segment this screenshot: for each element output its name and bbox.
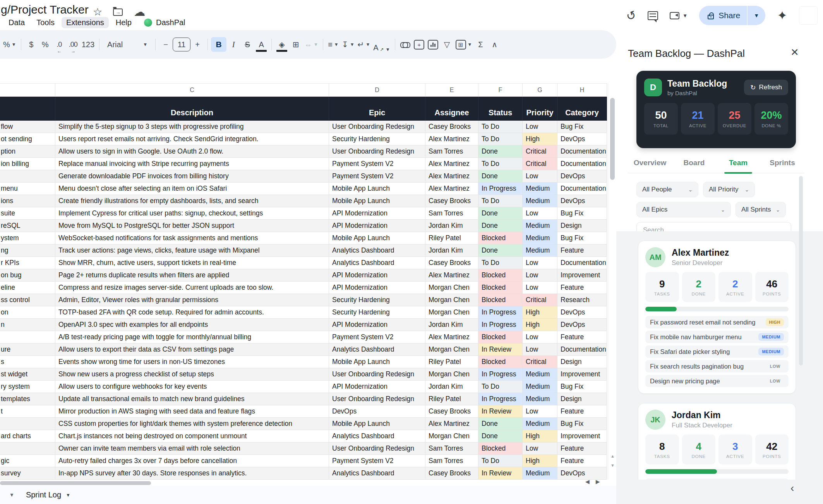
task-item[interactable]: Fix Safari date picker stylingMEDIUM (645, 345, 789, 358)
refresh-button[interactable]: ↻ Refresh (744, 80, 788, 95)
cell[interactable]: Allow users to sign in with Google. Use … (55, 145, 329, 158)
cell[interactable]: Update all transactional emails to match… (55, 393, 329, 405)
cell[interactable]: Medium (523, 244, 557, 257)
cell[interactable]: Analytics Dashboard (329, 343, 425, 356)
cell[interactable]: Improvement (557, 430, 607, 442)
cell[interactable]: Users report reset emails not arriving. … (55, 133, 329, 145)
scroll-right-arrow[interactable]: ▶ (596, 478, 600, 485)
column-letter[interactable]: D (329, 83, 425, 97)
cell[interactable]: Create friendly illustrations for empty … (55, 195, 329, 207)
cell[interactable]: Low (523, 282, 557, 294)
font-size-input[interactable]: 11 (173, 38, 190, 51)
cell[interactable]: ot sending (0, 133, 55, 145)
cell[interactable]: DevOps (557, 467, 607, 480)
increase-font-size-button[interactable]: + (190, 37, 204, 52)
cell[interactable]: API Modernization (329, 269, 425, 282)
cell[interactable]: Blocked (478, 356, 523, 368)
cell[interactable]: Documentation (557, 183, 607, 195)
sheet-tab-sprint-log[interactable]: Sprint Log ▼ (26, 490, 70, 499)
cell[interactable]: Medium (523, 195, 557, 207)
cell[interactable]: DevOps (557, 133, 607, 145)
cell[interactable]: To Do (478, 121, 523, 133)
cell[interactable]: r KPIs (0, 257, 55, 269)
cell[interactable]: Alex Martinez (425, 269, 478, 282)
cell[interactable]: High (523, 455, 557, 467)
cell[interactable]: Critical (523, 356, 557, 368)
italic-button[interactable]: I (226, 37, 240, 52)
cell[interactable]: API Modernization (329, 319, 425, 331)
cell[interactable]: User Onboarding Redesign (329, 121, 425, 133)
menu-item-extensions[interactable]: Extensions (62, 17, 109, 28)
cell[interactable]: In Progress (478, 393, 523, 405)
text-rotation-button[interactable]: A↗▼ (372, 37, 391, 52)
cell[interactable]: Critical (523, 158, 557, 170)
cell[interactable]: Sam Torres (425, 442, 478, 455)
cell[interactable]: High (523, 319, 557, 331)
strikethrough-button[interactable]: S (240, 37, 254, 52)
share-dropdown[interactable]: ▼ (748, 12, 765, 19)
cell[interactable]: WebSocket-based notifications for task a… (55, 232, 329, 244)
cell[interactable]: Mobile App Launch (329, 418, 425, 430)
cell[interactable]: User Onboarding Redesign (329, 368, 425, 381)
cell[interactable]: Morgan Chen (425, 282, 478, 294)
cell[interactable] (0, 331, 55, 343)
cell[interactable]: Owner can invite team members via email … (55, 442, 329, 455)
cell[interactable]: To Do (478, 133, 523, 145)
cell[interactable]: Mobile App Launch (329, 195, 425, 207)
cell[interactable]: reSQL (0, 220, 55, 232)
column-header[interactable]: Assignee (425, 97, 478, 121)
decrease-decimal-button[interactable]: .0← (52, 37, 66, 52)
cell[interactable]: flow (0, 121, 55, 133)
bold-button[interactable]: B (211, 37, 226, 52)
vertical-scroll-thumb[interactable] (610, 98, 615, 180)
cell[interactable]: ry system (0, 381, 55, 393)
cell[interactable]: Bug Fix (557, 121, 607, 133)
cell[interactable]: To Do (478, 455, 523, 467)
cell[interactable]: High (523, 306, 557, 319)
number-format-button[interactable]: %▼ (2, 37, 18, 52)
cell[interactable]: Show new users a progress checklist of s… (55, 368, 329, 381)
cell[interactable]: gic (0, 455, 55, 467)
cell[interactable]: Blocked (478, 232, 523, 244)
cell[interactable]: Critical (523, 294, 557, 306)
cell[interactable]: Done (478, 418, 523, 430)
cell[interactable]: Jordan Kim (425, 319, 478, 331)
text-wrap-button[interactable]: ↵▼ (356, 37, 372, 52)
sheet-tab-menu-icon[interactable]: ▼ (66, 492, 70, 498)
cell[interactable]: API Modernization (329, 381, 425, 393)
cell[interactable]: on (0, 306, 55, 319)
cell[interactable]: In-app NPS survey after 30 days. Store r… (55, 467, 329, 480)
insert-comment-button[interactable]: + (412, 37, 426, 52)
cell[interactable]: Payment System V2 (329, 158, 425, 170)
cell[interactable]: In Review (478, 467, 523, 480)
currency-format-button[interactable]: $ (24, 37, 38, 52)
filter-select-all-sprints[interactable]: All Sprints⌄ (736, 202, 786, 217)
cell[interactable]: Blocked (478, 282, 523, 294)
task-item[interactable]: Fix password reset email not sendingHIGH (645, 316, 789, 328)
collapse-panel-chevron-icon[interactable]: ‹ (790, 482, 794, 494)
cell[interactable]: Research (557, 294, 607, 306)
percent-format-button[interactable]: % (38, 37, 52, 52)
tab-team[interactable]: Team (716, 154, 760, 173)
borders-button[interactable]: ⊞ (289, 37, 303, 52)
cell[interactable]: Documentation (557, 257, 607, 269)
functions-button[interactable]: Σ (473, 37, 487, 52)
cell[interactable]: Feature (557, 405, 607, 418)
cell[interactable]: Done (478, 244, 523, 257)
cell[interactable]: Payment System V2 (329, 170, 425, 183)
cell[interactable]: Medium (523, 393, 557, 405)
task-item[interactable]: Write API v2 documentationHIGH (645, 478, 789, 480)
cell[interactable]: To Do (478, 158, 523, 170)
decrease-font-size-button[interactable]: − (159, 37, 173, 52)
grid-horizontal-scrollbar[interactable] (0, 481, 151, 485)
cell[interactable]: Allow users to export their data as CSV … (55, 343, 329, 356)
cell[interactable]: ion billing (0, 158, 55, 170)
task-item[interactable]: Fix search results pagination bugLOW (645, 360, 789, 372)
cell[interactable]: A/B test-ready pricing page with toggle … (55, 331, 329, 343)
cell[interactable]: Jordan Kim (425, 381, 478, 393)
cell[interactable]: Analytics Dashboard (329, 430, 425, 442)
cell[interactable]: eline (0, 282, 55, 294)
scroll-up-arrow[interactable]: ▲ (610, 454, 615, 458)
cell[interactable]: Feature (557, 331, 607, 343)
cell[interactable]: Low (523, 207, 557, 220)
